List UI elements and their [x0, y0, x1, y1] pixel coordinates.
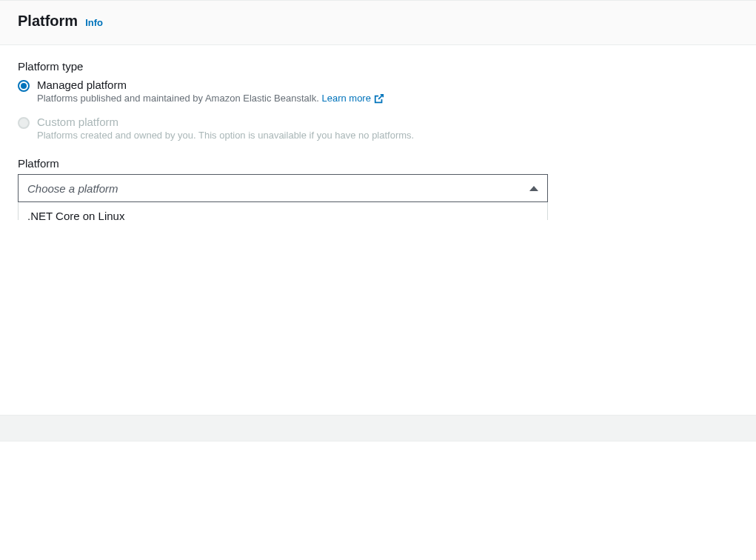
platform-field: Platform Choose a platform .NET Core on …: [18, 157, 738, 202]
platform-type-label: Platform type: [18, 60, 738, 73]
managed-description-text: Platforms published and maintained by Am…: [37, 93, 319, 104]
radio-option-custom: Custom platform Platforms created and ow…: [18, 116, 738, 141]
radio-managed-platform[interactable]: [18, 80, 30, 92]
platform-select-label: Platform: [18, 157, 738, 170]
learn-more-link[interactable]: Learn more: [321, 93, 384, 104]
platform-type-radio-group: Managed platform Platforms published and…: [18, 79, 738, 141]
platform-option-dotnet-linux[interactable]: .NET Core on Linux: [19, 202, 547, 220]
radio-content-managed: Managed platform Platforms published and…: [37, 79, 738, 104]
radio-content-custom: Custom platform Platforms created and ow…: [37, 116, 738, 141]
panel-header: Platform Info: [0, 0, 756, 45]
platform-select-trigger[interactable]: Choose a platform: [18, 174, 548, 202]
platform-select-wrapper: Choose a platform .NET Core on Linux .NE…: [18, 174, 548, 202]
radio-title-managed: Managed platform: [37, 79, 738, 91]
learn-more-text: Learn more: [321, 93, 370, 104]
radio-description-managed: Platforms published and maintained by Am…: [37, 93, 738, 104]
radio-title-custom: Custom platform: [37, 116, 738, 128]
radio-option-managed[interactable]: Managed platform Platforms published and…: [18, 79, 738, 104]
radio-custom-platform: [18, 117, 30, 129]
platform-dropdown-list: .NET Core on Linux .NET on Windows Serve…: [18, 202, 548, 220]
caret-up-icon: [529, 186, 538, 191]
panel-body: Platform type Managed platform Platforms…: [0, 45, 756, 220]
external-link-icon: [374, 93, 384, 104]
panel-title: Platform: [18, 13, 78, 30]
platform-select-placeholder: Choose a platform: [27, 182, 118, 195]
info-link[interactable]: Info: [85, 17, 103, 28]
radio-description-custom: Platforms created and owned by you. This…: [37, 130, 738, 141]
